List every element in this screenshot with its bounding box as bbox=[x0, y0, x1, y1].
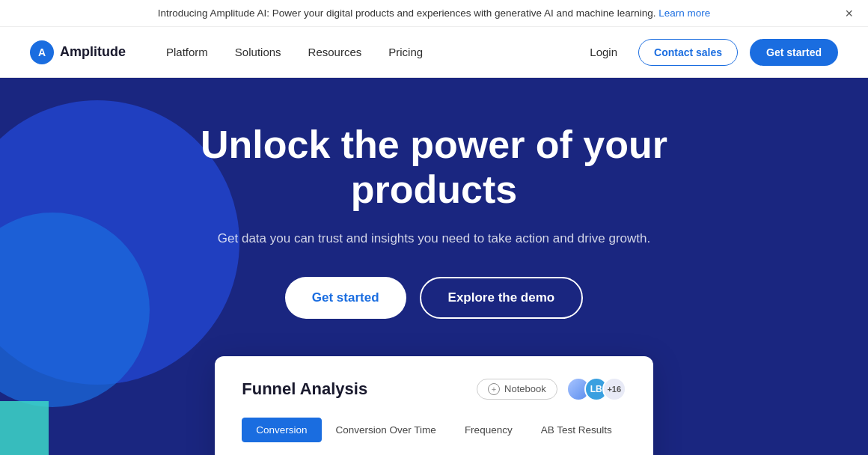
rect-decoration-teal bbox=[0, 401, 49, 455]
funnel-card-header: Funnel Analysis + Notebook LB +16 bbox=[242, 377, 626, 401]
hero-section: Unlock the power of your products Get da… bbox=[0, 78, 868, 455]
hero-content: Unlock the power of your products Get da… bbox=[172, 123, 696, 319]
learn-more-link[interactable]: Learn more bbox=[658, 7, 710, 19]
hero-explore-demo-button[interactable]: Explore the demo bbox=[420, 277, 584, 319]
funnel-card-wrapper: Funnel Analysis + Notebook LB +16 bbox=[155, 356, 712, 455]
hero-subtitle: Get data you can trust and insights you … bbox=[172, 229, 696, 248]
nav-platform[interactable]: Platform bbox=[156, 40, 218, 64]
login-button[interactable]: Login bbox=[581, 40, 626, 64]
logo-text: Amplitude bbox=[60, 44, 126, 60]
nav-resources[interactable]: Resources bbox=[298, 40, 373, 64]
tab-frequency[interactable]: Frequency bbox=[450, 418, 527, 442]
logo-link[interactable]: A Amplitude bbox=[30, 40, 126, 64]
funnel-card: Funnel Analysis + Notebook LB +16 bbox=[215, 356, 652, 455]
tab-conversion[interactable]: Conversion bbox=[242, 418, 321, 442]
get-started-nav-button[interactable]: Get started bbox=[750, 39, 838, 66]
close-announcement-button[interactable]: × bbox=[845, 7, 853, 20]
hero-buttons: Get started Explore the demo bbox=[172, 277, 696, 319]
navbar: A Amplitude Platform Solutions Resources… bbox=[0, 27, 868, 78]
funnel-tabs: Conversion Conversion Over Time Frequenc… bbox=[242, 418, 626, 442]
notebook-button[interactable]: + Notebook bbox=[477, 379, 557, 400]
logo-icon: A bbox=[30, 40, 54, 64]
tab-conversion-over-time[interactable]: Conversion Over Time bbox=[322, 418, 450, 442]
nav-actions: Login Contact sales Get started bbox=[581, 39, 838, 66]
contact-sales-button[interactable]: Contact sales bbox=[638, 39, 738, 66]
avatar-group: LB +16 bbox=[566, 377, 626, 401]
hero-title: Unlock the power of your products bbox=[172, 123, 696, 213]
nav-solutions[interactable]: Solutions bbox=[224, 40, 292, 64]
tab-ab-test-results[interactable]: AB Test Results bbox=[527, 418, 626, 442]
nav-pricing[interactable]: Pricing bbox=[378, 40, 433, 64]
hero-get-started-button[interactable]: Get started bbox=[285, 277, 406, 319]
announcement-text: Introducing Amplitude AI: Power your dig… bbox=[158, 7, 656, 19]
funnel-analysis-title: Funnel Analysis bbox=[242, 379, 367, 399]
funnel-header-right: + Notebook LB +16 bbox=[477, 377, 626, 401]
notebook-icon: + bbox=[488, 383, 500, 395]
nav-links: Platform Solutions Resources Pricing bbox=[156, 40, 581, 64]
announcement-bar: Introducing Amplitude AI: Power your dig… bbox=[0, 0, 868, 27]
notebook-label: Notebook bbox=[504, 383, 546, 394]
avatar-count: +16 bbox=[602, 377, 626, 401]
